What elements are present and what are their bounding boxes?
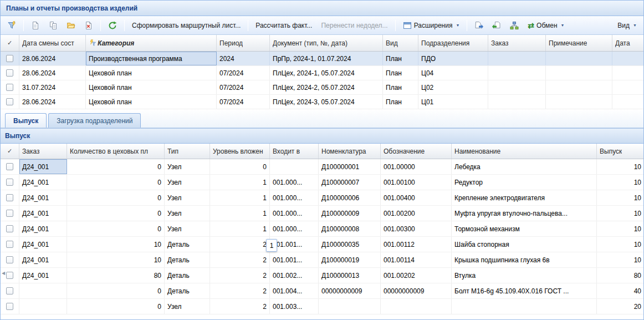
table-row[interactable]: Д24_0010Узел0Д100000001001.00000Лебедка1… (1, 159, 643, 175)
row-checkbox[interactable] (6, 287, 13, 294)
open-button[interactable] (63, 19, 79, 32)
cell: 001.000... (270, 206, 319, 221)
cell: 28.06.2024 (19, 95, 86, 109)
table-row[interactable]: Д24_00110Деталь2001.001...Д100000019001.… (1, 252, 643, 268)
cell-editor[interactable]: 1 (266, 239, 277, 252)
view-button[interactable]: Вид ▼ (614, 19, 641, 32)
cell: 80 (597, 268, 643, 283)
button-label: Расширения (414, 22, 453, 29)
import-button[interactable] (488, 19, 505, 32)
exchange-button[interactable]: ⇄ Обмен ▼ (524, 19, 568, 32)
cell (612, 66, 643, 80)
cell: 07/2024 (217, 95, 270, 109)
row-checkbox[interactable] (6, 210, 13, 217)
transfer-unfinished-button[interactable]: Перенести недодел... (317, 19, 391, 32)
cell: 001.001... (270, 252, 319, 267)
output-section-header: Выпуск (1, 128, 643, 144)
new-document-icon (31, 21, 40, 30)
table-row[interactable]: Д24_0010Узел1001.000...Д100000009001.002… (1, 206, 643, 221)
button-label: Сформировать маршрутный лист... (132, 22, 241, 29)
column-header[interactable]: Уровень вложен (210, 144, 270, 159)
row-checkbox[interactable] (6, 55, 13, 62)
row-checkbox[interactable] (6, 303, 13, 310)
select-all-header[interactable]: ✓ (1, 144, 19, 159)
cell: 2 (210, 299, 270, 314)
column-header[interactable]: Входит в (270, 144, 319, 159)
row-checkbox[interactable] (6, 194, 13, 201)
tab-strip: Выпуск Загрузка подразделений (1, 109, 643, 128)
table-row[interactable]: Д24_00110Деталь2001.001...Д100000035001.… (1, 237, 643, 252)
cell: Д24_001 (19, 221, 67, 236)
table-row[interactable]: Д24_0010Узел1001.000...Д100000006001.004… (1, 190, 643, 206)
cell (546, 52, 612, 65)
extensions-button[interactable]: Расширения ▼ (399, 19, 464, 32)
table-row[interactable]: 0Узел2001.003...20 (1, 299, 643, 314)
row-checkbox[interactable] (6, 225, 13, 232)
column-header[interactable]: Документ (тип, №, дата) (270, 35, 383, 51)
row-checkbox[interactable] (6, 256, 13, 263)
table-row[interactable]: Д24_0010Узел1001.000...Д100000007001.001… (1, 175, 643, 190)
column-header[interactable]: Количество в цеховых пл (67, 144, 165, 159)
new-document-button[interactable] (27, 19, 44, 32)
filter-button[interactable] (3, 19, 20, 32)
table-row[interactable]: Д24_0010Узел1001.000...Д100000008001.003… (1, 221, 643, 237)
row-checkbox[interactable] (6, 98, 13, 105)
column-header[interactable]: Период (217, 35, 270, 51)
app-window: Планы и отчеты производства изделий (0, 0, 644, 320)
cell: ПлЦех, 2024-2, 05.07.2024 (270, 80, 383, 94)
row-checkbox[interactable] (6, 163, 13, 170)
tab-load-departments[interactable]: Загрузка подразделений (48, 113, 141, 128)
column-header[interactable]: Заказ (488, 35, 546, 51)
refresh-button[interactable] (104, 19, 121, 32)
column-header[interactable]: Вид (383, 35, 418, 51)
cell: ПлЦех, 2024-3, 05.07.2024 (270, 95, 383, 109)
column-header[interactable]: Категория (86, 35, 217, 51)
column-header[interactable]: Примечание (546, 35, 612, 51)
cell: 001.002... (270, 268, 319, 283)
table-row[interactable]: Д24_00180Деталь2001.002...Д100000013001.… (1, 268, 643, 283)
calculate-fact-button[interactable]: Рассчитать факт... (252, 19, 316, 32)
column-header-label: Тип (167, 148, 178, 155)
exchange-icon: ⇄ (528, 21, 534, 30)
cell (612, 95, 643, 109)
table-row[interactable]: 28.06.2024Производственная программа2024… (1, 52, 643, 66)
select-all-header[interactable]: ✓ (1, 35, 19, 51)
collapse-panel-icon[interactable]: ◀ (1, 267, 6, 279)
column-header[interactable]: Заказ (19, 144, 67, 159)
generate-route-sheet-button[interactable]: Сформировать маршрутный лист... (128, 19, 244, 32)
cell: 40 (597, 283, 643, 298)
column-header[interactable]: Наименование (452, 144, 597, 159)
export-button[interactable] (471, 19, 487, 32)
cell (19, 283, 67, 298)
cell (488, 95, 546, 109)
cell: 00000000009 (381, 283, 452, 298)
cell: Цеховой план (86, 80, 217, 94)
column-header[interactable]: Дата смены сост (19, 35, 86, 51)
column-header[interactable]: Подразделения (418, 35, 488, 51)
org-structure-button[interactable] (506, 19, 523, 32)
row-checkbox[interactable] (6, 69, 13, 77)
checkbox-cell (1, 299, 19, 314)
cell: Цеховой план (86, 95, 217, 109)
cell: 20 (597, 299, 643, 314)
table-row[interactable]: 31.07.2024Цеховой план07/2024ПлЦех, 2024… (1, 80, 643, 95)
column-header[interactable]: Обозначение (381, 144, 452, 159)
column-header[interactable]: Дата (612, 35, 643, 51)
checkbox-cell (1, 80, 19, 94)
cell (546, 95, 612, 109)
checkbox-cell (1, 159, 19, 174)
column-header[interactable]: Тип (165, 144, 210, 159)
table-row[interactable]: 0Деталь2001.004...0000000000900000000009… (1, 283, 643, 299)
copy-document-button[interactable] (45, 19, 62, 32)
row-checkbox[interactable] (6, 179, 13, 186)
delete-button[interactable] (80, 19, 97, 32)
column-header[interactable]: Выпуск (597, 144, 643, 159)
row-checkbox[interactable] (6, 272, 13, 279)
table-row[interactable]: 28.06.2024Цеховой план07/2024ПлЦех, 2024… (1, 66, 643, 80)
table-row[interactable]: 28.06.2024Цеховой план07/2024ПлЦех, 2024… (1, 95, 643, 109)
cell: 0 (67, 221, 165, 236)
tab-output[interactable]: Выпуск (5, 113, 47, 128)
row-checkbox[interactable] (6, 241, 13, 248)
row-checkbox[interactable] (6, 84, 13, 91)
column-header[interactable]: Номенклатура (319, 144, 381, 159)
